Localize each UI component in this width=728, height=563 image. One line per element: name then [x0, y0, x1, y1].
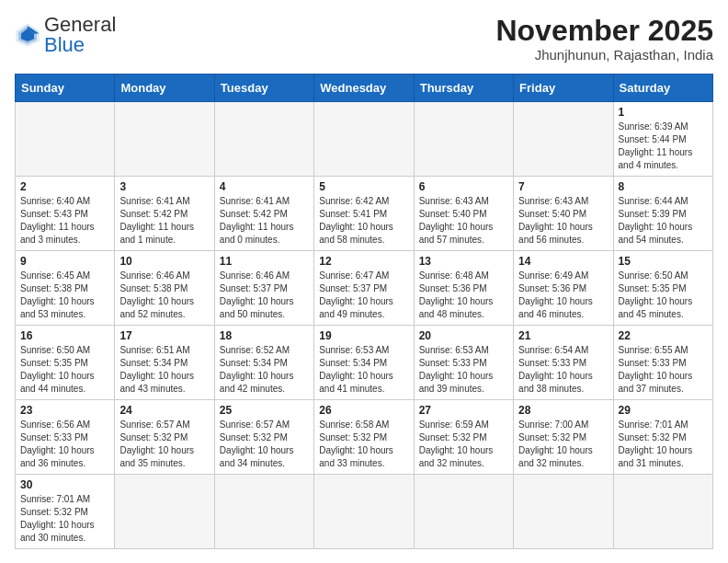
month-title: November 2025	[495, 15, 713, 47]
header: General Blue November 2025 Jhunjhunun, R…	[15, 15, 713, 63]
day-number: 21	[518, 329, 608, 342]
calendar-day-cell: 23Sunrise: 6:56 AM Sunset: 5:33 PM Dayli…	[16, 400, 115, 475]
day-number: 17	[119, 329, 209, 342]
logo-icon	[15, 22, 40, 48]
calendar-week-row: 16Sunrise: 6:50 AM Sunset: 5:35 PM Dayli…	[16, 326, 713, 400]
calendar-day-cell	[514, 102, 613, 177]
weekday-header-row: SundayMondayTuesdayWednesdayThursdayFrid…	[16, 75, 713, 102]
calendar-day-cell: 13Sunrise: 6:48 AM Sunset: 5:36 PM Dayli…	[414, 251, 513, 326]
calendar-week-row: 1Sunrise: 6:39 AM Sunset: 5:44 PM Daylig…	[16, 102, 713, 177]
day-number: 11	[220, 255, 309, 268]
day-number: 19	[319, 329, 408, 342]
calendar-day-cell: 29Sunrise: 7:01 AM Sunset: 5:32 PM Dayli…	[613, 400, 712, 475]
weekday-header: Saturday	[613, 75, 712, 102]
day-info: Sunrise: 6:50 AM Sunset: 5:35 PM Dayligh…	[20, 344, 109, 396]
day-info: Sunrise: 6:51 AM Sunset: 5:34 PM Dayligh…	[119, 344, 209, 396]
calendar-day-cell: 14Sunrise: 6:49 AM Sunset: 5:36 PM Dayli…	[514, 251, 613, 326]
calendar-day-cell: 16Sunrise: 6:50 AM Sunset: 5:35 PM Dayli…	[16, 326, 115, 400]
day-number: 30	[20, 478, 109, 491]
day-number: 4	[220, 180, 309, 193]
day-number: 23	[20, 404, 109, 417]
calendar-day-cell: 22Sunrise: 6:55 AM Sunset: 5:33 PM Dayli…	[613, 326, 712, 400]
logo-blue: Blue	[44, 33, 85, 56]
calendar-day-cell	[214, 475, 313, 549]
day-info: Sunrise: 6:39 AM Sunset: 5:44 PM Dayligh…	[619, 121, 708, 172]
calendar-day-cell	[115, 475, 214, 549]
calendar-day-cell	[314, 475, 414, 549]
day-number: 15	[619, 255, 708, 268]
weekday-header: Wednesday	[314, 75, 414, 102]
day-number: 14	[518, 255, 608, 268]
calendar-day-cell: 19Sunrise: 6:53 AM Sunset: 5:34 PM Dayli…	[314, 326, 414, 400]
day-info: Sunrise: 6:53 AM Sunset: 5:33 PM Dayligh…	[419, 344, 508, 396]
day-number: 27	[419, 404, 508, 417]
calendar-day-cell	[214, 102, 313, 177]
day-info: Sunrise: 6:43 AM Sunset: 5:40 PM Dayligh…	[518, 195, 608, 247]
calendar-week-row: 2Sunrise: 6:40 AM Sunset: 5:43 PM Daylig…	[16, 177, 713, 251]
calendar-day-cell: 21Sunrise: 6:54 AM Sunset: 5:33 PM Dayli…	[514, 326, 613, 400]
day-number: 1	[619, 106, 708, 119]
calendar-week-row: 23Sunrise: 6:56 AM Sunset: 5:33 PM Dayli…	[16, 400, 713, 475]
day-info: Sunrise: 6:56 AM Sunset: 5:33 PM Dayligh…	[20, 419, 109, 470]
calendar-day-cell: 26Sunrise: 6:58 AM Sunset: 5:32 PM Dayli…	[314, 400, 414, 475]
day-number: 25	[220, 404, 309, 417]
day-number: 20	[419, 329, 508, 342]
day-info: Sunrise: 6:54 AM Sunset: 5:33 PM Dayligh…	[518, 344, 608, 396]
calendar-day-cell: 5Sunrise: 6:42 AM Sunset: 5:41 PM Daylig…	[314, 177, 414, 251]
calendar-day-cell: 25Sunrise: 6:57 AM Sunset: 5:32 PM Dayli…	[214, 400, 313, 475]
day-number: 6	[419, 180, 508, 193]
calendar-day-cell: 8Sunrise: 6:44 AM Sunset: 5:39 PM Daylig…	[613, 177, 712, 251]
calendar-day-cell	[16, 102, 115, 177]
calendar-day-cell: 10Sunrise: 6:46 AM Sunset: 5:38 PM Dayli…	[115, 251, 214, 326]
day-number: 7	[518, 180, 608, 193]
day-info: Sunrise: 6:46 AM Sunset: 5:37 PM Dayligh…	[220, 270, 309, 321]
day-number: 9	[20, 255, 109, 268]
day-info: Sunrise: 6:57 AM Sunset: 5:32 PM Dayligh…	[119, 419, 209, 470]
calendar-day-cell: 18Sunrise: 6:52 AM Sunset: 5:34 PM Dayli…	[214, 326, 313, 400]
day-info: Sunrise: 6:45 AM Sunset: 5:38 PM Dayligh…	[20, 270, 109, 321]
day-number: 13	[419, 255, 508, 268]
day-number: 29	[619, 404, 708, 417]
weekday-header: Tuesday	[214, 75, 313, 102]
calendar-day-cell: 6Sunrise: 6:43 AM Sunset: 5:40 PM Daylig…	[414, 177, 513, 251]
day-info: Sunrise: 6:47 AM Sunset: 5:37 PM Dayligh…	[319, 270, 408, 321]
calendar-table: SundayMondayTuesdayWednesdayThursdayFrid…	[15, 74, 713, 549]
calendar-day-cell: 9Sunrise: 6:45 AM Sunset: 5:38 PM Daylig…	[16, 251, 115, 326]
day-info: Sunrise: 6:58 AM Sunset: 5:32 PM Dayligh…	[319, 419, 408, 470]
calendar-day-cell	[514, 475, 613, 549]
day-info: Sunrise: 6:53 AM Sunset: 5:34 PM Dayligh…	[319, 344, 408, 396]
day-number: 8	[619, 180, 708, 193]
weekday-header: Sunday	[16, 75, 115, 102]
calendar-day-cell: 27Sunrise: 6:59 AM Sunset: 5:32 PM Dayli…	[414, 400, 513, 475]
day-number: 16	[20, 329, 109, 342]
calendar-week-row: 9Sunrise: 6:45 AM Sunset: 5:38 PM Daylig…	[16, 251, 713, 326]
calendar-day-cell	[115, 102, 214, 177]
day-info: Sunrise: 6:46 AM Sunset: 5:38 PM Dayligh…	[119, 270, 209, 321]
day-info: Sunrise: 7:00 AM Sunset: 5:32 PM Dayligh…	[518, 419, 608, 470]
day-number: 22	[619, 329, 708, 342]
calendar-day-cell: 30Sunrise: 7:01 AM Sunset: 5:32 PM Dayli…	[16, 475, 115, 549]
day-info: Sunrise: 6:40 AM Sunset: 5:43 PM Dayligh…	[20, 195, 109, 247]
logo: General Blue	[15, 15, 116, 55]
day-number: 2	[20, 180, 109, 193]
weekday-header: Monday	[115, 75, 214, 102]
calendar-day-cell: 24Sunrise: 6:57 AM Sunset: 5:32 PM Dayli…	[115, 400, 214, 475]
calendar-day-cell	[314, 102, 414, 177]
calendar-week-row: 30Sunrise: 7:01 AM Sunset: 5:32 PM Dayli…	[16, 475, 713, 549]
day-info: Sunrise: 6:55 AM Sunset: 5:33 PM Dayligh…	[619, 344, 708, 396]
calendar-day-cell	[414, 475, 513, 549]
day-info: Sunrise: 6:49 AM Sunset: 5:36 PM Dayligh…	[518, 270, 608, 321]
calendar-day-cell: 4Sunrise: 6:41 AM Sunset: 5:42 PM Daylig…	[214, 177, 313, 251]
logo-text: General Blue	[44, 15, 116, 55]
day-info: Sunrise: 7:01 AM Sunset: 5:32 PM Dayligh…	[619, 419, 708, 470]
location-subtitle: Jhunjhunun, Rajasthan, India	[495, 47, 713, 63]
calendar-day-cell: 3Sunrise: 6:41 AM Sunset: 5:42 PM Daylig…	[115, 177, 214, 251]
day-info: Sunrise: 7:01 AM Sunset: 5:32 PM Dayligh…	[20, 493, 109, 545]
calendar-day-cell: 15Sunrise: 6:50 AM Sunset: 5:35 PM Dayli…	[613, 251, 712, 326]
calendar-day-cell: 20Sunrise: 6:53 AM Sunset: 5:33 PM Dayli…	[414, 326, 513, 400]
calendar-day-cell: 2Sunrise: 6:40 AM Sunset: 5:43 PM Daylig…	[16, 177, 115, 251]
calendar-day-cell: 12Sunrise: 6:47 AM Sunset: 5:37 PM Dayli…	[314, 251, 414, 326]
day-info: Sunrise: 6:41 AM Sunset: 5:42 PM Dayligh…	[220, 195, 309, 247]
day-number: 10	[119, 255, 209, 268]
weekday-header: Thursday	[414, 75, 513, 102]
